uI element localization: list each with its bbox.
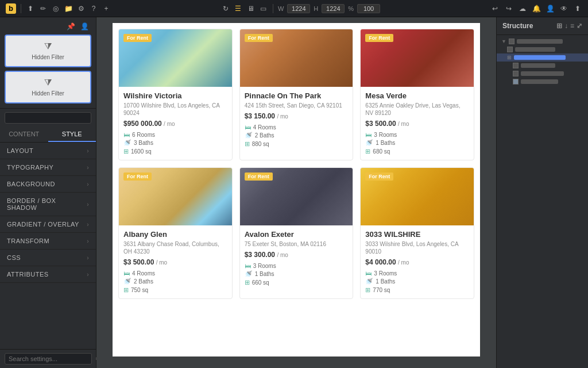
eye-icon[interactable]: 👁 (559, 4, 568, 13)
menu-item-border[interactable]: BORDER / BOX SHADOW › (0, 193, 96, 216)
property-card-avalon-exeter[interactable]: For Rent Avalon Exeter 75 Exeter St, Bos… (239, 167, 354, 299)
baths-row-4: 🚿 2 Baths (123, 278, 227, 285)
add-icon[interactable]: + (102, 4, 111, 13)
panel-top: 📌 👤 ⧩ Hidden Filter ⧩ Hidden Filter (0, 17, 96, 109)
tree-box-2 (507, 47, 513, 52)
rp-copy-icon[interactable]: ⊞ (556, 22, 562, 30)
for-rent-badge-2: For Rent (245, 34, 273, 42)
card-image-wrap-2: For Rent (240, 29, 353, 87)
property-price-1: $950 000.00 / mo (123, 120, 227, 128)
property-price-5: $3 300.00 / mo (245, 251, 349, 259)
panel-search-input[interactable] (5, 112, 91, 124)
rp-expand-icon[interactable]: ⤢ (577, 22, 582, 30)
arrow-icon-border: › (87, 201, 89, 208)
filter-card-1[interactable]: ⧩ Hidden Filter (5, 34, 91, 67)
rooms-row-3: 🛏 3 Rooms (365, 131, 469, 138)
shield-icon[interactable]: ◎ (51, 4, 60, 13)
rp-download-icon[interactable]: ↓ (564, 22, 568, 30)
panel-search-wrap (0, 109, 96, 127)
undo-icon[interactable]: ↩ (490, 4, 500, 13)
property-name-5: Avalon Exeter (245, 230, 349, 239)
filter-card-1-label: Hidden Filter (32, 54, 64, 60)
h-value[interactable]: 1224 (322, 4, 345, 13)
toolbar-right: ↩ ↪ ☁ 🔔 👤 👁 ⬆ (490, 4, 582, 13)
baths-icon-5: 🚿 (245, 270, 253, 278)
h-label: H (314, 5, 318, 12)
panel-user-icon[interactable]: 👤 (80, 22, 89, 31)
rooms-icon-5: 🛏 (245, 262, 251, 269)
menu-item-background[interactable]: BACKGROUND › (0, 176, 96, 193)
for-rent-badge-5: For Rent (245, 172, 273, 181)
property-name-1: Wilshire Victoria (123, 91, 227, 100)
rooms-row-2: 🛏 4 Rooms (245, 124, 349, 131)
menu-item-typography[interactable]: TYPOGRAPHY › (0, 159, 96, 176)
card-image-wrap-4: For Rent (119, 168, 232, 225)
property-features-1: 🛏 6 Rooms 🚿 3 Baths ⊞ 1600 sq (123, 131, 227, 155)
arrow-icon-typography: › (87, 164, 89, 171)
help-icon[interactable]: ? (89, 4, 98, 13)
arrow-icon-layout: › (87, 148, 89, 154)
tree-item-4[interactable] (497, 62, 588, 70)
menu-item-attributes[interactable]: ATTRIBUTES › (0, 266, 96, 283)
desktop-icon[interactable]: 🖥 (246, 4, 256, 13)
bell-icon[interactable]: 🔔 (532, 4, 541, 13)
menu-item-transform[interactable]: TRANSFORM › (0, 233, 96, 250)
settings-icon[interactable]: ⚙ (76, 4, 86, 13)
tree-item-1[interactable]: ▼ (497, 37, 588, 45)
property-card-albany-glen[interactable]: For Rent Albany Glen 3631 Albany Chase R… (118, 167, 233, 299)
logo-icon[interactable]: b (6, 3, 16, 14)
rooms-icon-2: 🛏 (245, 124, 251, 131)
pencil-icon[interactable]: ✏ (38, 4, 48, 13)
property-card-pinnacle[interactable]: For Rent Pinnacle On The Park 424 15th S… (239, 29, 354, 160)
panel-pin-icon[interactable]: 📌 (66, 22, 75, 31)
tablet-icon[interactable]: ▭ (259, 4, 268, 13)
tree-box-6 (513, 79, 519, 85)
property-grid: For Rent Wilshire Victoria 10700 Wilshir… (118, 29, 474, 299)
filter-card-2[interactable]: ⧩ Hidden Filter (5, 71, 91, 103)
menu-item-gradient[interactable]: GRADIENT / OVERLAY › (0, 216, 96, 233)
top-bar: b ⬆ ✏ ◎ 📁 ⚙ ? + ↻ ☰ 🖥 ▭ W 1224 H 1224 % … (0, 0, 588, 17)
w-value[interactable]: 1224 (287, 4, 310, 13)
cloud-icon[interactable]: ☁ (518, 4, 527, 13)
tab-style[interactable]: STYLE (48, 127, 96, 142)
user-icon[interactable]: 👤 (546, 4, 555, 13)
tree-box-4 (513, 63, 519, 68)
redo-icon[interactable]: ↪ (504, 4, 513, 13)
tree-item-2[interactable] (497, 45, 588, 53)
pointer-icon[interactable]: ⬆ (26, 4, 35, 13)
tree-item-3-highlighted[interactable]: ⊞ (497, 53, 588, 62)
rp-settings-icon[interactable]: ≡ (570, 22, 574, 30)
tree-item-6[interactable] (497, 78, 588, 86)
property-price-4: $3 500.00 / mo (123, 258, 227, 266)
sqft-icon-4: ⊞ (123, 286, 129, 294)
settings-search-input[interactable] (5, 353, 92, 365)
arrow-icon-gradient: › (87, 221, 89, 228)
property-card-3033-wilshire[interactable]: For Rent 3033 WILSHIRE 3033 Wilshire Blv… (360, 167, 474, 299)
property-card-wilshire-victoria[interactable]: For Rent Wilshire Victoria 10700 Wilshir… (118, 29, 233, 160)
tree-item-5[interactable] (497, 70, 588, 78)
sqft-row-2: ⊞ 880 sq (245, 140, 349, 148)
property-info-5: Avalon Exeter 75 Exeter St, Boston, MA 0… (240, 225, 353, 291)
panel-bottom: ⚙ (0, 349, 96, 368)
refresh-icon[interactable]: ↻ (221, 4, 230, 13)
left-panel: 📌 👤 ⧩ Hidden Filter ⧩ Hidden Filter CONT… (0, 17, 96, 368)
property-info-1: Wilshire Victoria 10700 Wilshire Blvd, L… (119, 87, 232, 160)
menu-item-css[interactable]: CSS › (0, 250, 96, 266)
share-icon[interactable]: ⬆ (573, 4, 582, 13)
main-layout: 📌 👤 ⧩ Hidden Filter ⧩ Hidden Filter CONT… (0, 17, 588, 368)
property-name-2: Pinnacle On The Park (245, 91, 349, 100)
zoom-label: % (348, 5, 354, 12)
rooms-icon-1: 🛏 (123, 131, 130, 138)
canvas-area[interactable]: For Rent Wilshire Victoria 10700 Wilshir… (96, 17, 496, 368)
pages-icon[interactable]: ☰ (234, 4, 243, 13)
property-address-5: 75 Exeter St, Boston, MA 02116 (245, 240, 349, 248)
property-name-4: Albany Glen (123, 230, 227, 239)
tab-content[interactable]: CONTENT (0, 127, 48, 142)
property-info-4: Albany Glen 3631 Albany Chase Road, Colu… (119, 225, 232, 298)
zoom-value[interactable]: 100 (357, 4, 380, 13)
baths-row-1: 🚿 3 Baths (123, 139, 227, 147)
folder-icon[interactable]: 📁 (64, 4, 73, 13)
menu-item-layout[interactable]: LAYOUT › (0, 143, 96, 159)
property-features-3: 🛏 3 Rooms 🚿 1 Baths ⊞ 680 sq (365, 131, 469, 155)
property-card-mesa-verde[interactable]: For Rent Mesa Verde 6325 Annie Oakley Dr… (360, 29, 474, 160)
